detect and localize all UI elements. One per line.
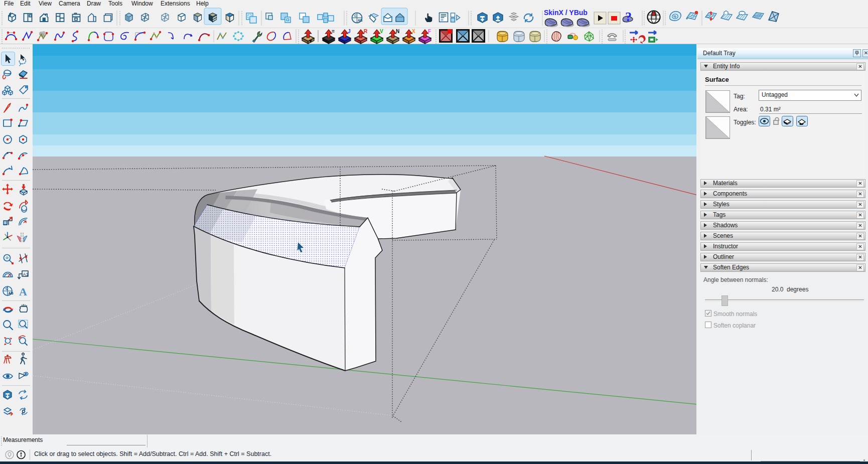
svg-text:C: C — [354, 14, 357, 18]
svg-text:F: F — [428, 29, 431, 34]
svg-text:A1: A1 — [23, 272, 29, 277]
svg-text:AB: AB — [9, 291, 14, 295]
svg-text:N: N — [396, 29, 399, 34]
svg-text:C: C — [6, 287, 8, 290]
svg-text:AB: AB — [358, 19, 363, 22]
svg-text:=: = — [332, 29, 335, 34]
svg-text:?: ? — [625, 10, 632, 24]
svg-text:R: R — [364, 29, 368, 34]
svg-text:J: J — [348, 29, 351, 34]
svg-text:V: V — [380, 29, 383, 34]
svg-text:X: X — [412, 29, 415, 34]
svg-text:SkinX / YBub: SkinX / YBub — [544, 9, 588, 17]
svg-text:A: A — [19, 285, 27, 298]
